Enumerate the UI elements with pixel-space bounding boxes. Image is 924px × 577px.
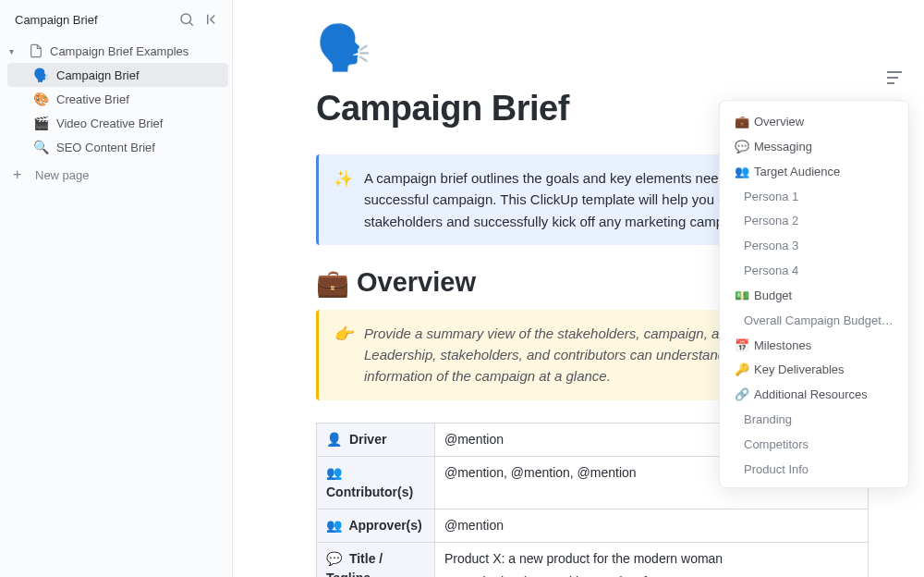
new-page-button[interactable]: + New page — [0, 159, 232, 190]
toc-label: Additional Resources — [754, 387, 868, 401]
collapse-sidebar-icon[interactable] — [204, 11, 221, 28]
toc-emoji-icon: 👥 — [735, 165, 749, 178]
row-emoji-icon: 👥 — [326, 518, 342, 533]
toc-item[interactable]: 💼Overview — [725, 110, 903, 135]
briefcase-icon: 💼 — [316, 267, 349, 299]
table-label-cell: 👤 Driver — [317, 423, 435, 456]
tree-item-label: Campaign Brief — [56, 68, 140, 82]
toc-item[interactable]: Persona 3 — [725, 234, 903, 259]
sidebar-child-item[interactable]: 🗣️Campaign Brief — [7, 63, 228, 87]
toc-emoji-icon: 💬 — [735, 140, 749, 153]
toc-item[interactable]: Branding — [725, 408, 903, 433]
toc-label: Milestones — [754, 338, 811, 352]
sidebar-header: Campaign Brief — [0, 7, 232, 35]
table-label-cell: 👥 Approver(s) — [317, 509, 435, 542]
toc-emoji-icon: 📅 — [735, 338, 749, 352]
toc-label: Key Deliverables — [754, 362, 845, 376]
bullet-list: "The hardest-working product for X""The … — [470, 572, 858, 578]
toc-emoji-icon: 💼 — [735, 115, 749, 129]
table-label-cell: 👥 Contributor(s) — [317, 456, 435, 509]
toc-item[interactable]: Persona 2 — [725, 209, 903, 234]
toc-label: Target Audience — [754, 165, 840, 178]
tree-item-label: Video Creative Brief — [56, 117, 163, 130]
row-label: Contributor(s) — [326, 485, 413, 499]
sidebar-child-item[interactable]: 🎬Video Creative Brief — [7, 111, 228, 135]
toc-label: Persona 1 — [744, 190, 798, 203]
row-label: Driver — [349, 432, 386, 447]
toc-label: Competitors — [744, 437, 808, 451]
svg-point-0 — [181, 14, 191, 24]
toc-item[interactable]: Persona 1 — [725, 185, 903, 210]
toc-label: Product Info — [744, 462, 808, 476]
toc-emoji-icon: 💵 — [735, 288, 749, 302]
sparkles-icon: ✨ — [334, 167, 353, 232]
sidebar-child-item[interactable]: 🎨Creative Brief — [7, 87, 228, 111]
row-emoji-icon: 👥 — [326, 465, 342, 480]
row-emoji-icon: 💬 — [326, 551, 342, 566]
plus-icon: + — [13, 166, 26, 183]
tree-item-label: Campaign Brief Examples — [50, 44, 188, 58]
table-label-cell: 💬 Title / Tagline — [317, 542, 435, 577]
tree-parent-item[interactable]: ▾ Campaign Brief Examples — [7, 39, 228, 63]
page-emoji-icon: 🗣️ — [33, 68, 50, 82]
page-emoji[interactable]: 🗣️ — [316, 26, 869, 70]
main-content: 💼Overview💬Messaging👥Target AudiencePerso… — [233, 0, 924, 577]
toc-item[interactable]: 💬Messaging — [725, 135, 903, 160]
toc-item[interactable]: Competitors — [725, 433, 903, 458]
pointing-right-icon: 👉 — [334, 323, 353, 387]
toc-item[interactable]: 🔗Additional Resources — [725, 383, 903, 408]
page-emoji-icon: 🎨 — [33, 92, 50, 106]
toc-label: Creative Assets — [744, 487, 827, 488]
toc-item[interactable]: Persona 4 — [725, 259, 903, 284]
tree-item-label: SEO Content Brief — [56, 141, 155, 154]
document-icon — [29, 43, 43, 58]
row-label: Approver(s) — [348, 518, 421, 533]
search-icon[interactable] — [178, 11, 195, 28]
page-emoji-icon: 🔍 — [33, 140, 50, 154]
table-value-cell[interactable]: @mention — [435, 509, 869, 542]
table-row: 💬 Title / TaglineProduct X: a new produc… — [317, 542, 869, 577]
row-emoji-icon: 👤 — [326, 432, 342, 447]
toc-label: Persona 2 — [744, 214, 798, 227]
toc-item[interactable]: 📅Milestones — [725, 334, 903, 359]
toc-label: Branding — [744, 412, 792, 426]
workspace-title: Campaign Brief — [15, 13, 98, 27]
table-of-contents: 💼Overview💬Messaging👥Target AudiencePerso… — [719, 100, 909, 488]
sidebar: Campaign Brief ▾ Campaign Brief Examples… — [0, 0, 233, 577]
toc-emoji-icon: 🔗 — [735, 387, 749, 401]
toc-emoji-icon: 🔑 — [735, 362, 749, 376]
toc-item[interactable]: 👥Target Audience — [725, 160, 903, 185]
toc-item[interactable]: Product Info — [725, 458, 903, 483]
toc-label: Messaging — [754, 140, 812, 153]
toc-toggle-icon[interactable] — [883, 67, 906, 89]
toc-item[interactable]: Overall Campaign Budget: $3,… — [725, 309, 903, 334]
toc-label: Persona 4 — [744, 264, 798, 277]
toc-label: Budget — [754, 288, 792, 302]
caret-down-icon: ▾ — [9, 46, 22, 56]
toc-item[interactable]: 💵Budget — [725, 284, 903, 309]
toc-label: Overall Campaign Budget: $3,… — [744, 313, 903, 327]
toc-label: Overview — [754, 115, 804, 129]
toc-item[interactable]: Creative Assets — [725, 483, 903, 488]
tree-item-label: Creative Brief — [56, 92, 129, 106]
page-emoji-icon: 🎬 — [33, 116, 50, 130]
page-tree: ▾ Campaign Brief Examples 🗣️Campaign Bri… — [0, 35, 232, 159]
new-page-label: New page — [35, 168, 90, 182]
sidebar-child-item[interactable]: 🔍SEO Content Brief — [7, 135, 228, 159]
table-row: 👥 Approver(s)@mention — [317, 509, 869, 542]
toc-label: Persona 3 — [744, 239, 798, 252]
toc-item[interactable]: 🔑Key Deliverables — [725, 358, 903, 383]
list-item: "The hardest-working product for X" — [470, 572, 858, 578]
table-value-cell[interactable]: Product X: a new product for the modern … — [435, 542, 869, 577]
